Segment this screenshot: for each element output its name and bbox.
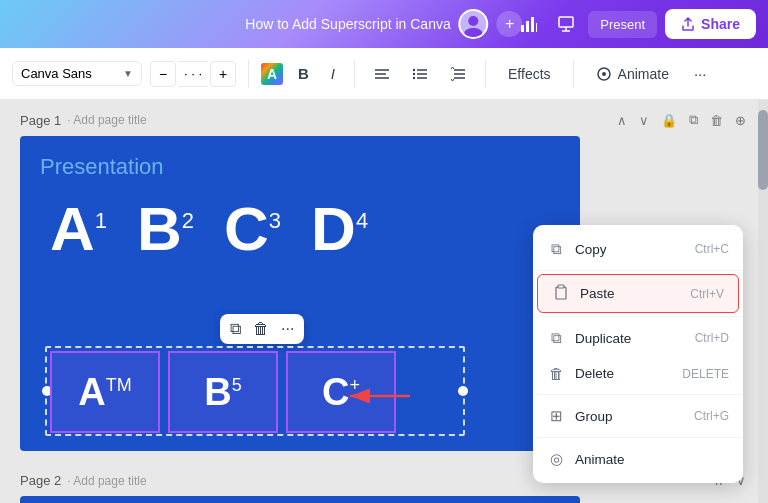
more-icon: ··· bbox=[694, 65, 707, 82]
color-a-label: A bbox=[267, 66, 277, 82]
mini-copy-button[interactable]: ⧉ bbox=[230, 320, 241, 338]
add-collaborator-button[interactable]: + bbox=[497, 11, 523, 37]
svg-rect-25 bbox=[556, 287, 566, 299]
menu-divider-1 bbox=[533, 270, 743, 271]
page-down-button[interactable]: ∨ bbox=[637, 111, 651, 130]
font-size-increase-button[interactable]: + bbox=[210, 61, 236, 87]
page-2-add-title[interactable]: · Add page title bbox=[67, 474, 146, 488]
list-button[interactable] bbox=[405, 61, 435, 87]
duplicate-shortcut: Ctrl+D bbox=[695, 331, 729, 345]
svg-point-14 bbox=[413, 76, 415, 78]
arrow-icon bbox=[340, 381, 420, 411]
svg-rect-5 bbox=[536, 23, 537, 32]
scrollbar-thumb[interactable] bbox=[758, 110, 768, 190]
align-icon bbox=[374, 66, 390, 82]
svg-point-22 bbox=[602, 72, 606, 76]
group-item-left: ⊞ Group bbox=[547, 407, 613, 425]
sup-4: 4 bbox=[356, 208, 368, 233]
copy-shortcut: Ctrl+C bbox=[695, 242, 729, 256]
svg-rect-4 bbox=[531, 17, 534, 32]
mini-delete-button[interactable]: 🗑 bbox=[253, 320, 269, 338]
toolbar-divider-2 bbox=[354, 60, 355, 88]
duplicate-item-left: ⧉ Duplicate bbox=[547, 329, 631, 347]
effects-button[interactable]: Effects bbox=[498, 61, 561, 87]
top-letters-row: A1 B2 C3 D4 bbox=[20, 188, 580, 270]
list-icon bbox=[412, 66, 428, 82]
context-menu-delete[interactable]: 🗑 Delete DELETE bbox=[533, 356, 743, 391]
animate-menu-icon: ◎ bbox=[547, 450, 565, 468]
header: How to Add Superscript in Canva + bbox=[0, 0, 768, 48]
context-menu-duplicate[interactable]: ⧉ Duplicate Ctrl+D bbox=[533, 320, 743, 356]
delete-shortcut: DELETE bbox=[682, 367, 729, 381]
context-menu-animate[interactable]: ◎ Animate bbox=[533, 441, 743, 477]
animate-label: Animate bbox=[618, 66, 669, 82]
sup-2: 2 bbox=[182, 208, 194, 233]
line-spacing-icon bbox=[450, 66, 466, 82]
right-scrollbar[interactable] bbox=[758, 100, 768, 503]
slide-canvas-1[interactable]: Presentation A1 B2 C3 D4 ⧉ 🗑 ··· bbox=[20, 136, 580, 451]
context-menu: ⧉ Copy Ctrl+C Paste Ctrl+V ⧉ bbox=[533, 225, 743, 483]
align-button[interactable] bbox=[367, 61, 397, 87]
header-title: How to Add Superscript in Canva + bbox=[245, 9, 522, 39]
animate-button[interactable]: Animate bbox=[586, 61, 679, 87]
page-add-button[interactable]: ⊕ bbox=[733, 111, 748, 130]
context-menu-group[interactable]: ⊞ Group Ctrl+G bbox=[533, 398, 743, 434]
copy-icon: ⧉ bbox=[547, 240, 565, 258]
font-size-decrease-button[interactable]: − bbox=[150, 61, 176, 87]
bold-button[interactable]: B bbox=[291, 60, 316, 87]
share-button[interactable]: Share bbox=[665, 9, 756, 39]
svg-rect-3 bbox=[526, 21, 529, 32]
element-mini-toolbar: ⧉ 🗑 ··· bbox=[220, 314, 304, 344]
page-1-label: Page 1 · Add page title ∧ ∨ 🔒 ⧉ 🗑 ⊕ bbox=[20, 110, 748, 130]
sup-1: 1 bbox=[95, 208, 107, 233]
toolbar: Canva Sans ▼ − · · · + A B I bbox=[0, 48, 768, 100]
more-options-button[interactable]: ··· bbox=[687, 60, 714, 87]
letter-box-b5[interactable]: B5 bbox=[168, 351, 278, 433]
clipboard-icon bbox=[554, 284, 568, 300]
page-1-add-title[interactable]: · Add page title bbox=[67, 113, 146, 127]
present-button[interactable]: Present bbox=[588, 11, 657, 38]
slide-canvas-2[interactable] bbox=[20, 496, 580, 503]
page-lock-button[interactable]: 🔒 bbox=[659, 111, 679, 130]
group-shortcut: Ctrl+G bbox=[694, 409, 729, 423]
toolbar-divider-4 bbox=[573, 60, 574, 88]
context-menu-paste[interactable]: Paste Ctrl+V bbox=[537, 274, 739, 313]
context-menu-copy[interactable]: ⧉ Copy Ctrl+C bbox=[533, 231, 743, 267]
font-dropdown-icon: ▼ bbox=[123, 68, 133, 79]
text-color-button[interactable]: A bbox=[261, 63, 283, 85]
font-size-controls: − · · · + bbox=[150, 61, 236, 87]
italic-button[interactable]: I bbox=[324, 60, 342, 87]
duplicate-icon: ⧉ bbox=[547, 329, 565, 347]
menu-divider-3 bbox=[533, 394, 743, 395]
present-mode-button[interactable] bbox=[552, 10, 580, 38]
delete-icon: 🗑 bbox=[547, 365, 565, 382]
resize-handle-right[interactable] bbox=[458, 386, 468, 396]
page-delete-button[interactable]: 🗑 bbox=[708, 111, 725, 130]
svg-point-0 bbox=[469, 16, 479, 26]
mini-more-button[interactable]: ··· bbox=[281, 320, 294, 338]
animate-icon bbox=[596, 66, 612, 82]
line-spacing-button[interactable] bbox=[443, 61, 473, 87]
font-selector[interactable]: Canva Sans ▼ bbox=[12, 61, 142, 86]
letter-c: C3 bbox=[224, 198, 281, 260]
bold-icon: B bbox=[298, 65, 309, 82]
avatar[interactable] bbox=[459, 9, 489, 39]
analytics-icon bbox=[520, 15, 538, 33]
page-duplicate-button[interactable]: ⧉ bbox=[687, 110, 700, 130]
present-icon bbox=[558, 16, 574, 32]
toolbar-divider-1 bbox=[248, 60, 249, 88]
svg-point-1 bbox=[465, 28, 483, 37]
document-title: How to Add Superscript in Canva bbox=[245, 16, 450, 32]
italic-icon: I bbox=[331, 65, 335, 82]
paste-label: Paste bbox=[580, 286, 615, 301]
letter-a: A1 bbox=[50, 198, 107, 260]
letter-box-atm[interactable]: ATM bbox=[50, 351, 160, 433]
paste-shortcut: Ctrl+V bbox=[690, 287, 724, 301]
page-label-right: ∧ ∨ 🔒 ⧉ 🗑 ⊕ bbox=[615, 110, 748, 130]
svg-rect-6 bbox=[559, 17, 573, 27]
page-up-button[interactable]: ∧ bbox=[615, 111, 629, 130]
svg-rect-26 bbox=[558, 285, 564, 288]
svg-point-12 bbox=[413, 68, 415, 70]
duplicate-label: Duplicate bbox=[575, 331, 631, 346]
font-size-display: · · · bbox=[178, 61, 208, 87]
